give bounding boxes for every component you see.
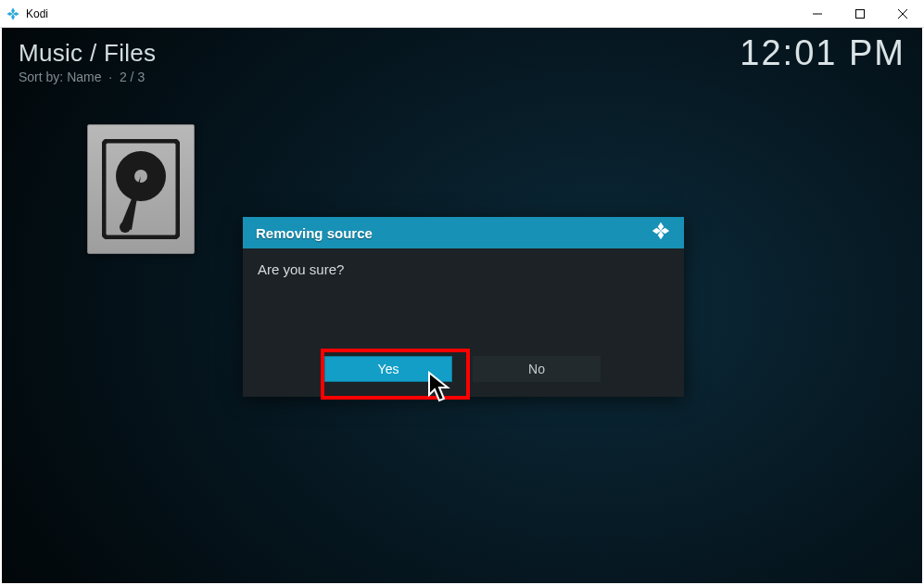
kodi-logo-icon: [651, 221, 671, 245]
sort-meta: Sort by: Name · 2 / 3: [19, 70, 156, 84]
kodi-app-icon: [6, 6, 20, 21]
breadcrumb: Music / Files: [19, 39, 156, 68]
maximize-button[interactable]: [839, 0, 881, 28]
close-button[interactable]: [881, 0, 924, 28]
confirm-dialog: Removing source Are you sure? Yes No: [243, 217, 684, 397]
sort-label[interactable]: Sort by: Name: [19, 70, 101, 84]
svg-point-7: [120, 222, 131, 233]
breadcrumb-area: Music / Files Sort by: Name · 2 / 3: [19, 39, 156, 84]
hdd-icon: [102, 139, 180, 239]
window-controls: [796, 0, 924, 28]
minimize-button[interactable]: [796, 0, 839, 28]
dialog-title: Removing source: [256, 225, 373, 241]
hdd-item[interactable]: [87, 124, 195, 254]
window-title: Kodi: [26, 7, 48, 20]
dialog-header: Removing source: [243, 217, 684, 248]
yes-button[interactable]: Yes: [324, 356, 452, 382]
dialog-buttons: Yes No: [243, 356, 684, 397]
no-button[interactable]: No: [473, 356, 601, 382]
position-label: 2 / 3: [120, 70, 145, 84]
kodi-main: Music / Files Sort by: Name · 2 / 3 12:0…: [2, 28, 922, 583]
dialog-message: Are you sure?: [243, 248, 684, 356]
svg-rect-1: [856, 10, 865, 19]
window-titlebar: Kodi: [0, 0, 924, 28]
clock: 12:01 PM: [740, 33, 905, 73]
